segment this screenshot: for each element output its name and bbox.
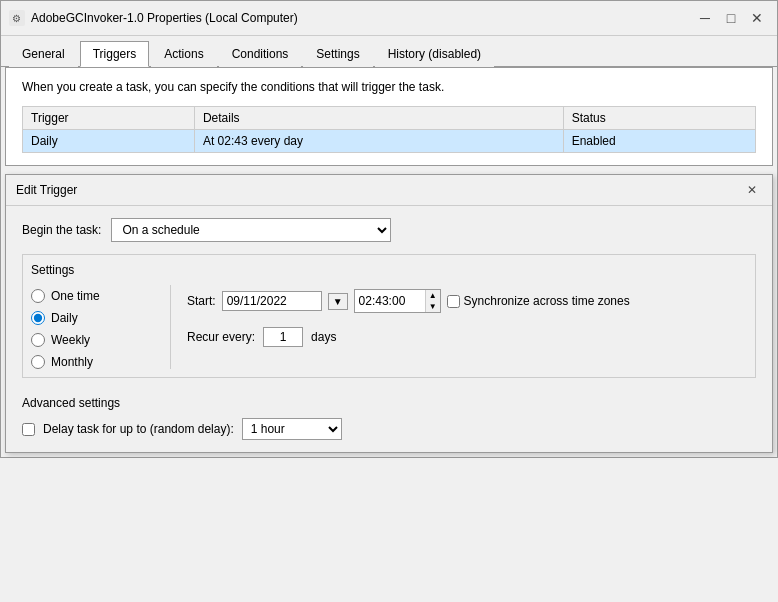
maximize-button[interactable]: □ — [719, 7, 743, 29]
radio-daily[interactable]: Daily — [31, 311, 158, 325]
delay-select[interactable]: 30 minutes 1 hour 2 hours 4 hours 8 hour… — [242, 418, 342, 440]
radio-column: One time Daily Weekly — [31, 285, 171, 369]
time-input[interactable] — [355, 292, 425, 310]
start-label: Start: — [187, 294, 216, 308]
tab-conditions[interactable]: Conditions — [219, 41, 302, 67]
dialog-title-bar: Edit Trigger ✕ — [6, 175, 772, 206]
window-close-button[interactable]: ✕ — [745, 7, 769, 29]
delay-checkbox[interactable] — [22, 423, 35, 436]
edit-trigger-dialog: Edit Trigger ✕ Begin the task: On a sche… — [5, 174, 773, 453]
dialog-close-button[interactable]: ✕ — [742, 181, 762, 199]
title-bar-left: ⚙ AdobeGCInvoker-1.0 Properties (Local C… — [9, 10, 298, 26]
radio-weekly-input[interactable] — [31, 333, 45, 347]
delay-label: Delay task for up to (random delay): — [43, 422, 234, 436]
advanced-row: Delay task for up to (random delay): 30 … — [22, 418, 756, 440]
dialog-body: Begin the task: On a schedule At log on … — [6, 206, 772, 452]
svg-text:⚙: ⚙ — [12, 13, 21, 24]
sync-label: Synchronize across time zones — [464, 294, 630, 308]
table-row[interactable]: Daily At 02:43 every day Enabled — [23, 130, 756, 153]
dialog-overlay: Edit Trigger ✕ Begin the task: On a sche… — [5, 174, 773, 453]
window-title: AdobeGCInvoker-1.0 Properties (Local Com… — [31, 11, 298, 25]
tab-actions[interactable]: Actions — [151, 41, 216, 67]
main-window: ⚙ AdobeGCInvoker-1.0 Properties (Local C… — [0, 0, 778, 458]
tab-settings[interactable]: Settings — [303, 41, 372, 67]
radio-weekly[interactable]: Weekly — [31, 333, 158, 347]
time-spin: ▲ ▼ — [425, 290, 440, 312]
time-input-wrap: ▲ ▼ — [354, 289, 441, 313]
date-input[interactable] — [222, 291, 322, 311]
dialog-title: Edit Trigger — [16, 183, 77, 197]
recur-input[interactable] — [263, 327, 303, 347]
radio-monthly-label: Monthly — [51, 355, 93, 369]
begin-task-row: Begin the task: On a schedule At log on … — [22, 218, 756, 242]
triggers-table: Trigger Details Status Daily At 02:43 ev… — [22, 106, 756, 153]
radio-daily-input[interactable] — [31, 311, 45, 325]
tab-general[interactable]: General — [9, 41, 78, 67]
sync-checkbox[interactable] — [447, 295, 460, 308]
col-status: Status — [563, 107, 755, 130]
recur-row: Recur every: days — [187, 327, 747, 347]
sync-checkbox-wrap: Synchronize across time zones — [447, 294, 630, 308]
recur-unit: days — [311, 330, 336, 344]
time-spin-up[interactable]: ▲ — [426, 290, 440, 301]
tab-bar: General Triggers Actions Conditions Sett… — [1, 36, 777, 67]
title-bar-controls: ─ □ ✕ — [693, 7, 769, 29]
radio-daily-label: Daily — [51, 311, 78, 325]
main-content: When you create a task, you can specify … — [5, 67, 773, 166]
start-row: Start: ▼ ▲ ▼ — [187, 289, 747, 313]
settings-section: Settings One time Daily — [22, 254, 756, 378]
minimize-button[interactable]: ─ — [693, 7, 717, 29]
tab-triggers[interactable]: Triggers — [80, 41, 150, 67]
settings-inner: One time Daily Weekly — [31, 285, 747, 369]
info-text: When you create a task, you can specify … — [22, 80, 756, 94]
row-details: At 02:43 every day — [194, 130, 563, 153]
advanced-settings-section: Advanced settings Delay task for up to (… — [22, 388, 756, 440]
col-details: Details — [194, 107, 563, 130]
col-trigger: Trigger — [23, 107, 195, 130]
radio-weekly-label: Weekly — [51, 333, 90, 347]
radio-monthly[interactable]: Monthly — [31, 355, 158, 369]
row-status: Enabled — [563, 130, 755, 153]
title-bar: ⚙ AdobeGCInvoker-1.0 Properties (Local C… — [1, 1, 777, 36]
begin-task-select[interactable]: On a schedule At log on At startup On id… — [111, 218, 391, 242]
radio-one-time-label: One time — [51, 289, 100, 303]
begin-task-label: Begin the task: — [22, 223, 101, 237]
row-trigger: Daily — [23, 130, 195, 153]
time-spin-down[interactable]: ▼ — [426, 301, 440, 312]
settings-section-label: Settings — [31, 263, 747, 277]
schedule-column: Start: ▼ ▲ ▼ — [171, 285, 747, 369]
calendar-button[interactable]: ▼ — [328, 293, 348, 310]
radio-one-time-input[interactable] — [31, 289, 45, 303]
radio-one-time[interactable]: One time — [31, 289, 158, 303]
tab-history[interactable]: History (disabled) — [375, 41, 494, 67]
radio-monthly-input[interactable] — [31, 355, 45, 369]
advanced-settings-label: Advanced settings — [22, 396, 756, 410]
app-icon: ⚙ — [9, 10, 25, 26]
recur-label: Recur every: — [187, 330, 255, 344]
